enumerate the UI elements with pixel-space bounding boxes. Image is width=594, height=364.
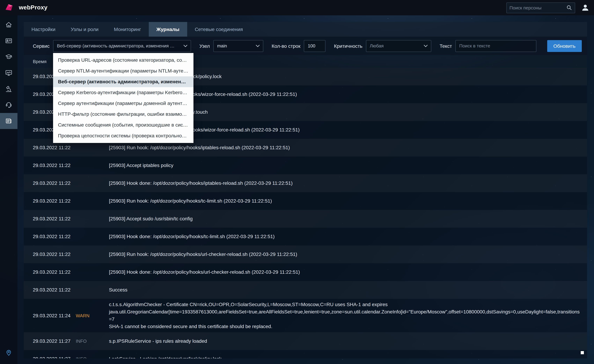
cell-time: 29.03.2022 11:22 [33, 215, 76, 222]
dropdown-option-7[interactable]: Проверка целостности системы (проверка к… [53, 130, 194, 141]
cell-time: 29.03.2022 11:22 [33, 197, 76, 205]
table-row: 29.03.2022 11:24WARNc.t.s.s.AlgorithmChe… [24, 299, 587, 332]
monitor-chart-icon [5, 69, 13, 77]
sidebar-item-monitoring[interactable] [0, 65, 17, 81]
cell-severity: INFO [76, 355, 109, 358]
cell-time: 29.03.2022 11:27 [33, 338, 76, 345]
cell-message: [25903] Accept sudo /usr/sbin/tc config [109, 215, 580, 222]
rows-filter-group: Кол-во строк [272, 40, 326, 52]
cell-severity: INFO [76, 338, 109, 345]
chevron-down-icon [183, 45, 188, 47]
graduation-cap-icon [5, 53, 13, 61]
node-select[interactable]: main [213, 40, 263, 52]
tab-1[interactable]: Узлы и роли [63, 22, 106, 37]
dropdown-option-6[interactable]: Системные сообщения (события, произошедш… [53, 120, 194, 130]
rows-label: Кол-во строк [272, 43, 300, 49]
cell-message: s.p.IPSRuleService - ips rules already l… [109, 338, 580, 345]
table-row: 29.03.2022 11:22[25903] Run hook: /opt/d… [24, 246, 587, 263]
table-row: 29.03.2022 11:22[25903] Accept sudo /usr… [24, 210, 587, 228]
cell-time: 29.03.2022 11:24 [33, 312, 76, 319]
table-row: 29.03.2022 11:22Success [24, 281, 587, 299]
cell-message: [25903] Run hook: /opt/dozor/policy/hook… [109, 144, 580, 151]
tab-0[interactable]: Настройки [24, 22, 63, 37]
service-label: Сервис [33, 43, 50, 49]
node-filter-group: Узел main [199, 40, 263, 52]
microscope-icon [5, 85, 13, 93]
cell-severity: WARN [76, 312, 109, 319]
cell-time: 29.03.2022 11:22 [33, 251, 76, 258]
search-icon[interactable] [567, 5, 572, 10]
table-row: 29.03.2022 11:27INFOLockService - Lockin… [24, 350, 587, 358]
sidebar-item-analysis[interactable] [0, 81, 17, 97]
cell-time: 29.03.2022 11:22 [33, 162, 76, 169]
table-row: 29.03.2022 11:27INFOs.p.IPSRuleService -… [24, 332, 587, 350]
support-agent-icon [5, 101, 13, 109]
service-select-value: Веб-сервер (активность администратора, и… [57, 43, 175, 48]
top-bar: webProxy [0, 0, 594, 15]
sidebar-item-persons[interactable] [0, 33, 17, 49]
table-row: 29.03.2022 11:22[25903] Hook done: /opt/… [24, 228, 587, 246]
tab-4[interactable]: Сетевые соединения [187, 22, 250, 37]
cell-time: 29.03.2022 11:22 [33, 233, 76, 240]
cell-message: [25903] Hook done: /opt/dozor/policy/hoo… [109, 233, 580, 240]
severity-select-value: Любая [370, 43, 384, 48]
chevron-down-icon [256, 45, 260, 47]
severity-select[interactable]: Любая [366, 40, 431, 52]
table-row: 29.03.2022 11:22[25903] Run hook: /opt/d… [24, 192, 587, 210]
text-search-input[interactable] [455, 40, 536, 52]
webproxy-logo-icon [3, 2, 15, 13]
sidebar-item-home[interactable] [0, 17, 17, 33]
text-label: Текст [440, 43, 452, 49]
dropdown-option-5[interactable]: HTTP-фильтр (состояние фильтрации, ошибк… [53, 109, 194, 120]
id-card-icon [5, 37, 13, 45]
cell-message: [25903] Hook done: /opt/dozor/policy/hoo… [109, 180, 580, 187]
dropdown-option-3[interactable]: Сервер Kerberos-аутентификации (параметр… [53, 87, 194, 98]
service-select[interactable]: Веб-сервер (активность администратора, и… [53, 40, 191, 52]
cell-message: Success [109, 286, 580, 293]
refresh-button[interactable]: Обновить [547, 40, 582, 52]
tabs: НастройкиУзлы и ролиМониторингЖурналыСет… [24, 22, 587, 37]
sidebar-item-training[interactable] [0, 49, 17, 65]
service-filter-group: Сервис Веб-сервер (активность администра… [33, 40, 191, 52]
tab-3[interactable]: Журналы [149, 22, 187, 37]
sidebar-item-support[interactable] [0, 97, 17, 113]
pin-icon [5, 349, 13, 356]
home-icon [5, 21, 13, 29]
dropdown-option-2[interactable]: Веб-сервер (активность администратора, и… [53, 76, 194, 87]
cell-message: [25903] Run hook: /opt/dozor/policy/hook… [109, 197, 580, 205]
cell-message: c.t.s.s.AlgorithmChecker - Certificate C… [109, 301, 580, 330]
cell-message: [25903] Run hook: /opt/dozor/policy/hook… [109, 251, 580, 258]
cell-time: 29.03.2022 11:22 [33, 180, 76, 187]
person-search-box[interactable] [506, 2, 575, 13]
cell-message: [25903] Accept iptables policy [109, 162, 580, 169]
chevron-down-icon [424, 45, 428, 47]
tab-2[interactable]: Мониторинг [106, 22, 148, 37]
cell-message: [25903] Hook done: /opt/dozor/policy/hoo… [109, 268, 580, 276]
severity-filter-group: Критичность Любая [334, 40, 431, 52]
service-dropdown: Проверка URL-адресов (состояние категори… [53, 53, 194, 143]
rows-count-input[interactable] [304, 40, 326, 52]
text-filter-group: Текст [440, 40, 537, 52]
dropdown-option-1[interactable]: Сервер NTLM-аутентификации (параметры NT… [53, 65, 194, 76]
cell-time: 29.03.2022 11:22 [33, 286, 76, 293]
cell-time: 29.03.2022 11:27 [33, 355, 76, 358]
severity-label: Критичность [334, 43, 363, 49]
sidebar-item-journals[interactable] [0, 113, 17, 129]
cell-time: 29.03.2022 11:22 [33, 268, 76, 276]
table-row: 29.03.2022 11:22[25903] Accept iptables … [24, 156, 587, 174]
node-label: Узел [199, 43, 210, 49]
dropdown-option-0[interactable]: Проверка URL-адресов (состояние категори… [53, 55, 194, 65]
cell-time: 29.03.2022 11:22 [33, 144, 76, 151]
table-row: 29.03.2022 11:22[25903] Hook done: /opt/… [24, 174, 587, 192]
person-search-input[interactable] [507, 5, 567, 10]
sidebar [0, 15, 17, 364]
cell-message: LockService - Locking /opt/dozor/var/loc… [109, 355, 580, 358]
filter-bar: Сервис Веб-сервер (активность администра… [24, 37, 587, 55]
dropdown-option-4[interactable]: Сервер аутентификации (параметры доменно… [53, 98, 194, 109]
app-root: webProxy [0, 0, 594, 364]
journal-icon [5, 117, 13, 125]
table-row: 29.03.2022 11:22[25903] Hook done: /opt/… [24, 263, 587, 281]
user-icon[interactable] [581, 3, 590, 12]
sidebar-item-pin[interactable] [0, 344, 17, 361]
scrollbar-corner[interactable] [581, 351, 584, 354]
